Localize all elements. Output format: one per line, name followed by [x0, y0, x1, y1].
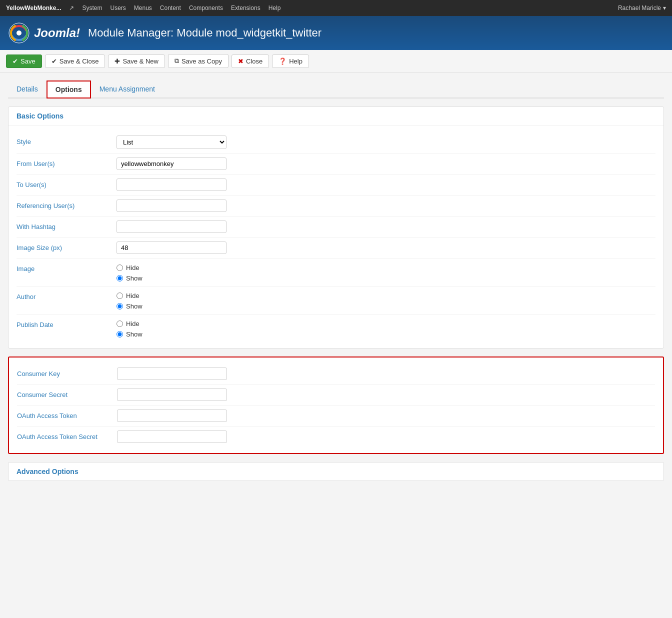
author-show-radio[interactable]: [116, 303, 123, 310]
consumer-secret-input[interactable]: [117, 388, 227, 401]
oauth-secret-input[interactable]: [117, 430, 227, 443]
from-users-row: From User(s): [16, 154, 656, 174]
publish-date-show-label: Show: [126, 330, 142, 338]
user-dropdown-icon[interactable]: ▾: [663, 4, 666, 12]
save-new-label: Save & New: [122, 58, 158, 65]
save-copy-button[interactable]: ⧉ Save as Copy: [168, 54, 228, 68]
save-close-button[interactable]: ✔ Save & Close: [45, 54, 106, 68]
advanced-options-section[interactable]: Advanced Options: [8, 462, 664, 481]
nav-components[interactable]: Components: [189, 4, 223, 12]
consumer-secret-row: Consumer Secret: [17, 384, 655, 406]
tab-bar: Details Options Menu Assignment: [8, 80, 664, 98]
to-users-input[interactable]: [116, 178, 226, 191]
from-users-label: From User(s): [16, 158, 116, 168]
image-size-label: Image Size (px): [16, 242, 116, 252]
publish-date-hide-radio[interactable]: [116, 320, 123, 327]
joomla-wordmark: Joomla!: [34, 26, 80, 40]
author-show-label: Show: [126, 302, 142, 310]
joomla-logo: Joomla!: [8, 22, 80, 44]
top-nav-right: Rachael Maricle ▾: [618, 4, 666, 12]
nav-extensions[interactable]: Extensions: [231, 4, 260, 12]
image-show-radio[interactable]: [116, 275, 123, 282]
image-hide-item: Hide: [116, 264, 656, 272]
image-show-item: Show: [116, 274, 656, 282]
joomla-logo-icon: [8, 22, 30, 44]
external-link-icon: ↗: [69, 4, 74, 12]
nav-help[interactable]: Help: [268, 4, 281, 12]
consumer-key-row: Consumer Key: [17, 364, 655, 384]
page-header: Joomla! Module Manager: Module mod_widge…: [0, 16, 672, 50]
page-title: Module Manager: Module mod_widgetkit_twi…: [88, 26, 322, 40]
image-show-label: Show: [126, 274, 142, 282]
main-content: Details Options Menu Assignment Basic Op…: [0, 72, 672, 489]
author-row: Author Hide Show: [16, 286, 656, 314]
nav-content[interactable]: Content: [160, 4, 181, 12]
author-hide-label: Hide: [126, 292, 140, 300]
consumer-key-input[interactable]: [117, 368, 227, 380]
style-label: Style: [16, 136, 116, 146]
image-size-input[interactable]: [116, 242, 226, 254]
top-navigation: YellowWebMonke... ↗ System Users Menus C…: [0, 0, 672, 16]
image-size-row: Image Size (px): [16, 238, 656, 258]
style-row: Style List Slideshow Grid: [16, 132, 656, 154]
oauth-token-input[interactable]: [117, 410, 227, 422]
consumer-secret-control: [117, 388, 655, 401]
tab-menu-assignment[interactable]: Menu Assignment: [91, 80, 164, 98]
tab-options[interactable]: Options: [46, 80, 91, 98]
publish-date-hide-item: Hide: [116, 320, 656, 328]
user-name[interactable]: Rachael Maricle: [618, 4, 661, 12]
author-hide-radio[interactable]: [116, 292, 123, 299]
referencing-users-label: Referencing User(s): [16, 200, 116, 210]
from-users-control: [116, 158, 656, 170]
advanced-options-title: Advanced Options: [16, 468, 78, 476]
save-button[interactable]: ✔ Save: [6, 54, 42, 68]
publish-date-show-radio[interactable]: [116, 331, 123, 338]
author-hide-item: Hide: [116, 292, 656, 300]
author-label: Author: [16, 290, 116, 300]
from-users-input[interactable]: [116, 158, 226, 170]
help-label: Help: [289, 58, 302, 65]
save-copy-label: Save as Copy: [182, 58, 222, 65]
save-check-icon: ✔: [12, 58, 18, 65]
save-new-plus-icon: ✚: [114, 58, 120, 65]
author-control: Hide Show: [116, 290, 656, 310]
nav-system[interactable]: System: [82, 4, 102, 12]
author-show-item: Show: [116, 302, 656, 310]
hashtag-label: With Hashtag: [16, 220, 116, 230]
credentials-body: Consumer Key Consumer Secret OAuth Acces…: [9, 358, 663, 453]
close-x-icon: ✖: [238, 58, 244, 65]
save-label: Save: [20, 58, 36, 65]
image-control: Hide Show: [116, 262, 656, 282]
publish-date-label: Publish Date: [16, 318, 116, 328]
close-button[interactable]: ✖ Close: [232, 54, 269, 68]
author-radio-group: Hide Show: [116, 290, 656, 310]
hashtag-control: [116, 220, 656, 233]
nav-menus[interactable]: Menus: [134, 4, 152, 12]
image-hide-radio[interactable]: [116, 264, 123, 271]
save-new-button[interactable]: ✚ Save & New: [108, 54, 165, 68]
tab-details[interactable]: Details: [8, 80, 46, 98]
publish-date-row: Publish Date Hide Show: [16, 314, 656, 342]
referencing-users-input[interactable]: [116, 200, 226, 212]
nav-users[interactable]: Users: [110, 4, 126, 12]
image-hide-label: Hide: [126, 264, 140, 272]
publish-date-hide-label: Hide: [126, 320, 140, 328]
site-name[interactable]: YellowWebMonke...: [6, 4, 61, 12]
help-button[interactable]: ❓ Help: [272, 54, 309, 68]
basic-options-title: Basic Options: [8, 107, 664, 126]
top-nav-left: YellowWebMonke... ↗ System Users Menus C…: [6, 4, 280, 12]
oauth-secret-control: [117, 430, 655, 443]
image-field-label: Image: [16, 262, 116, 272]
style-select[interactable]: List Slideshow Grid: [116, 136, 226, 149]
oauth-token-control: [117, 410, 655, 422]
save-close-check-icon: ✔: [52, 58, 57, 65]
consumer-key-control: [117, 368, 655, 380]
help-question-icon: ❓: [278, 58, 286, 65]
close-label: Close: [246, 58, 262, 65]
oauth-token-label: OAuth Access Token: [17, 410, 117, 420]
publish-date-radio-group: Hide Show: [116, 318, 656, 338]
save-close-label: Save & Close: [60, 58, 99, 65]
hashtag-input[interactable]: [116, 220, 226, 233]
image-size-control: [116, 242, 656, 254]
toolbar: ✔ Save ✔ Save & Close ✚ Save & New ⧉ Sav…: [0, 50, 672, 72]
